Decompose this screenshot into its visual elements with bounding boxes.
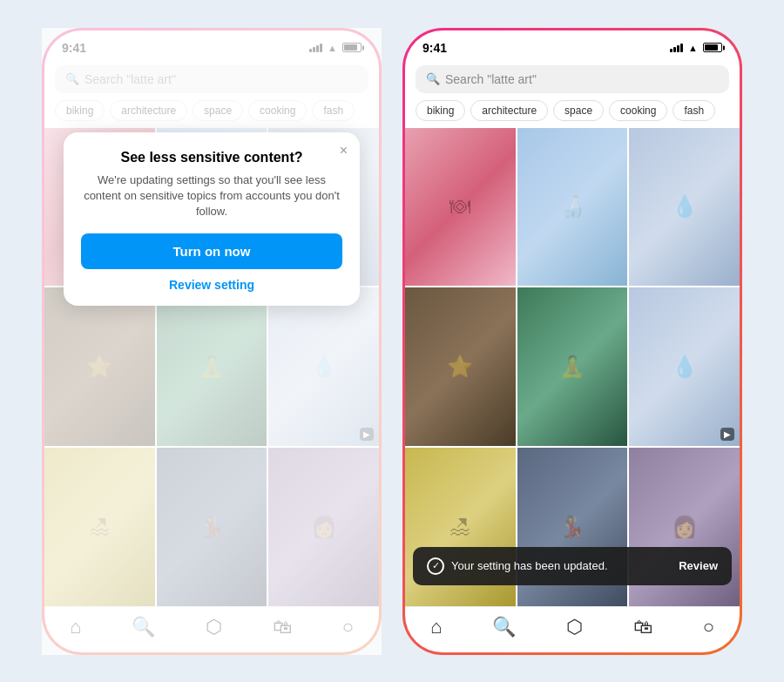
- reels-badge-2: ▶: [720, 428, 734, 441]
- phone-1-inner: 9:41 ▲ 🔍 Search "latte art" biking: [44, 30, 379, 652]
- signal-icon-2: [670, 44, 683, 52]
- status-icons-2: ▲: [670, 43, 722, 53]
- photo-content-2-3: 💧: [629, 128, 740, 287]
- status-bar-2: 9:41 ▲: [405, 30, 740, 60]
- modal-card: × See less sensitive content? We're upda…: [64, 132, 360, 307]
- review-setting-link[interactable]: Review setting: [81, 278, 342, 292]
- nav-reels-2[interactable]: ⬡: [566, 616, 583, 638]
- tag-cooking-2[interactable]: cooking: [609, 100, 667, 121]
- search-icon-2: 🔍: [426, 72, 440, 85]
- nav-search-2[interactable]: 🔍: [492, 616, 516, 638]
- toast-review-button[interactable]: Review: [679, 559, 718, 572]
- phone-2-inner: 9:41 ▲ 🔍 Search "latte art" biking: [405, 30, 740, 652]
- modal-title: See less sensitive content?: [81, 150, 342, 165]
- tag-fash-2[interactable]: fash: [672, 100, 715, 121]
- tag-biking-2[interactable]: biking: [416, 100, 465, 121]
- photo-content-2-6: 💧: [629, 287, 740, 446]
- toast-message: Your setting has been updated.: [451, 559, 608, 572]
- photo-content-2-1: 🍽: [405, 128, 516, 287]
- photo-cell-2-2[interactable]: 🍶: [517, 128, 628, 287]
- photo-content-2-5: 🧘: [517, 287, 628, 446]
- photo-content-2-4: ⭐: [405, 287, 516, 446]
- toast-notification: ✓ Your setting has been updated. Review: [413, 547, 732, 585]
- photo-grid-2: 🍽 🍶 💧 ⭐ 🧘 💧 ▶ 🏖 💃: [405, 128, 740, 606]
- phone-2: 9:41 ▲ 🔍 Search "latte art" biking: [402, 28, 742, 655]
- modal-description: We're updating settings so that you'll s…: [81, 172, 342, 220]
- tag-architecture-2[interactable]: architecture: [470, 100, 548, 121]
- photo-cell-2-1[interactable]: 🍽: [405, 128, 516, 287]
- turn-on-button[interactable]: Turn on now: [81, 233, 342, 269]
- nav-shop-2[interactable]: 🛍: [633, 616, 652, 638]
- photo-content-2-2: 🍶: [517, 128, 628, 287]
- search-bar-2[interactable]: 🔍 Search "latte art": [416, 65, 729, 93]
- photo-cell-2-3[interactable]: 💧: [629, 128, 740, 287]
- photo-cell-2-4[interactable]: ⭐: [405, 287, 516, 446]
- bottom-nav-2: ⌂ 🔍 ⬡ 🛍 ○: [405, 606, 740, 652]
- nav-profile-2[interactable]: ○: [703, 616, 714, 638]
- modal-overlay: × See less sensitive content? We're upda…: [44, 30, 379, 652]
- photo-cell-2-6[interactable]: 💧 ▶: [629, 287, 740, 446]
- search-placeholder-2: Search "latte art": [445, 72, 537, 86]
- modal-close-button[interactable]: ×: [340, 143, 348, 159]
- phone-1: 9:41 ▲ 🔍 Search "latte art" biking: [42, 28, 382, 655]
- tag-space-2[interactable]: space: [553, 100, 604, 121]
- photo-cell-2-5[interactable]: 🧘: [517, 287, 628, 446]
- status-time-2: 9:41: [422, 41, 447, 55]
- wifi-icon-2: ▲: [688, 43, 698, 53]
- nav-home-2[interactable]: ⌂: [430, 616, 442, 638]
- toast-check-icon: ✓: [427, 557, 444, 575]
- toast-left: ✓ Your setting has been updated.: [427, 557, 608, 575]
- tags-row-2: biking architecture space cooking fash: [405, 100, 740, 128]
- battery-icon-2: [703, 43, 722, 52]
